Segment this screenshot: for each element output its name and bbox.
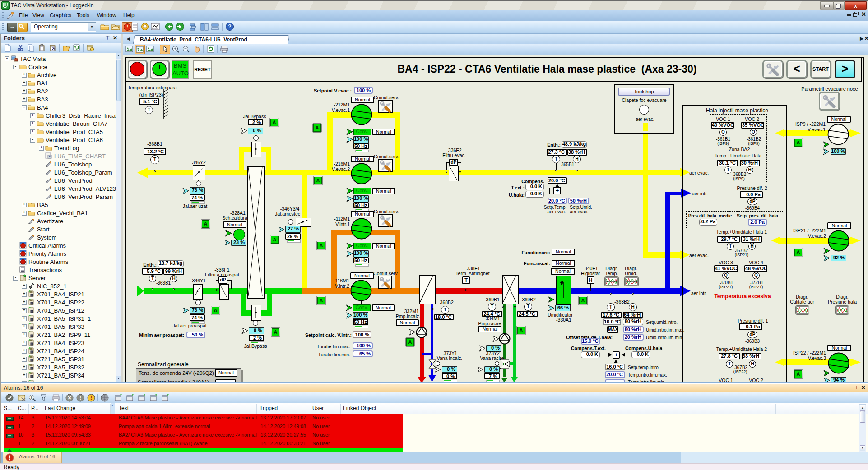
svg-text:?: ?	[228, 23, 231, 30]
svg-text:S: S	[30, 396, 32, 400]
svg-text:!: !	[79, 395, 81, 401]
svg-text:✕: ✕	[67, 395, 71, 401]
svg-text:!: !	[90, 395, 92, 401]
